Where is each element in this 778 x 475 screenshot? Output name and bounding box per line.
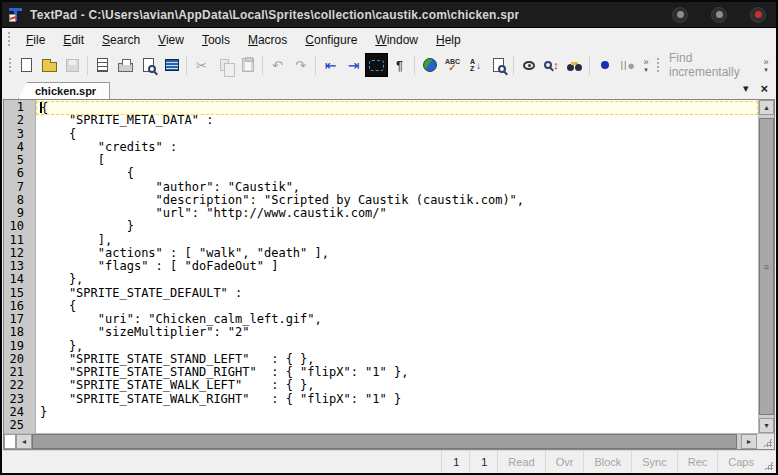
find-icon[interactable] (517, 53, 540, 77)
new-document-icon[interactable] (15, 53, 38, 77)
spell-check-icon[interactable]: ABC✓ (441, 53, 464, 77)
undo-icon[interactable]: ↶ (266, 53, 289, 77)
code-line: { (36, 128, 758, 141)
paste-icon[interactable] (236, 53, 259, 77)
code-line: "description": "Scripted by Caustik (cau… (36, 194, 758, 207)
tab-close-icon[interactable]: × (760, 82, 768, 95)
resize-grip-icon[interactable] (763, 438, 772, 447)
line-number: 9 (4, 207, 24, 220)
incremental-find-input[interactable]: Find incrementally (663, 51, 759, 79)
scroll-left-icon[interactable]: ◂ (16, 434, 32, 449)
line-number: 12 (4, 247, 24, 260)
code-line (36, 419, 758, 432)
copy-icon[interactable] (213, 53, 236, 77)
split-box[interactable] (4, 434, 16, 449)
code-line: "url": "http://www.caustik.com/" (36, 207, 758, 220)
playback-macro-icon[interactable]: II● (616, 53, 639, 77)
minimize-button[interactable] (672, 7, 688, 23)
document-properties-icon[interactable] (91, 53, 114, 77)
code-line: "author": "Caustik", (36, 181, 758, 194)
status-1: 1 (469, 451, 497, 473)
code-line: "actions" : [ "walk", "death" ], (36, 247, 758, 260)
code-line: "SPRITE_META_DATA" : (36, 114, 758, 127)
resize-grip-icon[interactable] (764, 461, 773, 470)
toolbar-overflow-chevron-icon[interactable]: »▾ (639, 58, 653, 73)
toolbar-separator (513, 56, 514, 75)
code-line: }, (36, 340, 758, 353)
indent-icon[interactable]: ⇥ (342, 53, 365, 77)
line-number: 19 (4, 340, 24, 353)
code-line: "SPRITE_STATE_WALK_RIGHT" : { "flipX": "… (36, 393, 758, 406)
block-select-icon[interactable] (365, 53, 388, 77)
unindent-icon[interactable]: ⇤ (319, 53, 342, 77)
menu-file[interactable]: File (17, 30, 54, 50)
tab-list-dropdown-icon[interactable]: ▾ (743, 83, 749, 94)
print-preview-icon[interactable] (137, 53, 160, 77)
menu-help[interactable]: Help (427, 30, 470, 50)
code-line: "flags" : [ "doFadeOut" ] (36, 260, 758, 273)
paragraph-marks-icon[interactable]: ¶ (388, 53, 411, 77)
line-number: 7 (4, 181, 24, 194)
record-macro-icon[interactable] (593, 53, 616, 77)
menu-tools[interactable]: Tools (193, 30, 239, 50)
find-toolbar-grip[interactable] (657, 58, 659, 72)
vertical-scroll-thumb[interactable]: ≡ (759, 118, 774, 415)
redo-icon[interactable]: ↷ (289, 53, 312, 77)
tab-chicken-spr[interactable]: chicken.spr (18, 82, 110, 99)
replace-icon[interactable]: ↕ (540, 53, 563, 77)
menu-window[interactable]: Window (366, 30, 427, 50)
horizontal-scrollbar[interactable]: ◂ ▸ (4, 433, 774, 449)
code-line: } (36, 406, 758, 419)
line-number: 4 (4, 141, 24, 154)
line-number: 21 (4, 366, 24, 379)
code-editor[interactable]: { "SPRITE_META_DATA" : { "credits" : [ {… (36, 100, 758, 433)
code-line: ], (36, 234, 758, 247)
sort-icon[interactable]: AZ↓ (464, 53, 487, 77)
menu-configure[interactable]: Configure (296, 30, 366, 50)
title-bar[interactable]: TextPad - C:\Users\avian\AppData\Local\S… (2, 2, 776, 28)
menubar-grip[interactable] (8, 32, 13, 46)
line-number: 2 (4, 114, 24, 127)
horizontal-scroll-thumb[interactable] (32, 434, 737, 449)
find-in-files-icon[interactable] (487, 53, 510, 77)
textpad-logo-icon (9, 8, 23, 22)
toolbar-separator (315, 56, 316, 75)
search-folders-icon[interactable] (563, 53, 586, 77)
cut-icon[interactable]: ✂ (190, 53, 213, 77)
menu-bar: FileEditSearchViewToolsMacrosConfigureWi… (2, 28, 776, 50)
toolbar: ✂↶↷⇤⇥¶ABC✓AZ↓↕II●»▾Find incrementally»▾ (2, 50, 776, 80)
code-line: "SPRITE_STATE_STAND_RIGHT" : { "flipX": … (36, 366, 758, 379)
window-title: TextPad - C:\Users\avian\AppData\Local\S… (30, 8, 519, 22)
print-icon[interactable] (114, 53, 137, 77)
line-number: 5 (4, 154, 24, 167)
code-line: "credits" : (36, 141, 758, 154)
scroll-up-icon[interactable]: ▴ (759, 100, 774, 115)
maximize-button[interactable] (711, 7, 727, 23)
document-selector-icon[interactable] (160, 53, 183, 77)
save-icon[interactable] (61, 53, 84, 77)
web-browser-icon[interactable] (418, 53, 441, 77)
status-1: 1 (441, 451, 469, 473)
open-file-icon[interactable] (38, 53, 61, 77)
line-number: 3 (4, 128, 24, 141)
line-number: 22 (4, 379, 24, 392)
menu-macros[interactable]: Macros (239, 30, 296, 50)
code-line: }, (36, 273, 758, 286)
menu-edit[interactable]: Edit (54, 30, 93, 50)
find-overflow-chevron-icon[interactable]: »▾ (759, 58, 773, 73)
scroll-right-icon[interactable]: ▸ (741, 434, 757, 449)
scroll-down-icon[interactable]: ▾ (759, 418, 774, 433)
textpad-window: TextPad - C:\Users\avian\AppData\Local\S… (0, 0, 778, 475)
toolbar-grip[interactable] (9, 58, 11, 72)
tab-label: chicken.spr (35, 85, 96, 97)
menu-search[interactable]: Search (93, 30, 149, 50)
line-number: 18 (4, 326, 24, 339)
menu-view[interactable]: View (149, 30, 193, 50)
line-number: 16 (4, 300, 24, 313)
status-bar: 11ReadOvrBlockSyncRecCaps (2, 450, 776, 473)
close-button[interactable] (750, 7, 766, 23)
vertical-scrollbar[interactable]: ▴ ≡ ▾ (758, 100, 774, 433)
code-line: } (36, 220, 758, 233)
code-line: "SPRITE_STATE_STAND_LEFT" : { }, (36, 353, 758, 366)
code-line: "sizeMultiplier": "2" (36, 326, 758, 339)
